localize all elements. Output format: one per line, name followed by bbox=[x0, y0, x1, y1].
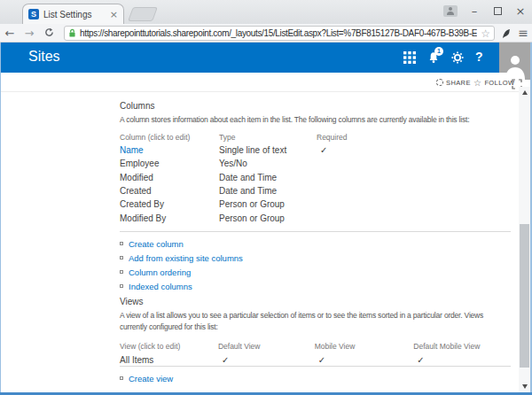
ribbon-bar: SHARE ☆ FOLLOW bbox=[0, 73, 519, 92]
columns-table: Column (click to edit) Type Required Nam… bbox=[120, 130, 423, 225]
link-item[interactable]: Add from existing site columns bbox=[120, 251, 243, 265]
link-item[interactable]: Column ordering bbox=[120, 265, 243, 279]
extension-icon[interactable] bbox=[502, 27, 512, 39]
address-bar[interactable]: https://sharepointtutorials.sharepoint.c… bbox=[64, 26, 495, 41]
site-title: Sites bbox=[28, 49, 60, 65]
columns-section-description: A column stores information about each i… bbox=[120, 114, 512, 126]
column-row: Created By Person or Group bbox=[120, 198, 423, 211]
browser-profile-icon[interactable] bbox=[443, 5, 458, 17]
browser-tab[interactable]: S List Settings × bbox=[22, 4, 124, 24]
view-name[interactable]: All Items bbox=[120, 352, 218, 367]
column-type: Date and Time bbox=[219, 184, 317, 198]
https-lock-icon bbox=[68, 28, 76, 38]
column-name[interactable]: Modified bbox=[120, 171, 219, 184]
bookmark-star-icon[interactable]: ☆ bbox=[481, 27, 490, 40]
window-border bbox=[0, 43, 1, 395]
close-button[interactable]: × bbox=[514, 5, 527, 17]
square-bullet-icon bbox=[120, 270, 123, 274]
columns-header-column: Column (click to edit) bbox=[120, 130, 219, 143]
create-view-link[interactable]: Create view bbox=[129, 374, 173, 383]
page-content: Columns A column stores information abou… bbox=[0, 92, 519, 392]
square-bullet-icon bbox=[120, 256, 123, 259]
maximize-button[interactable] bbox=[491, 7, 504, 15]
square-bullet-icon bbox=[120, 284, 123, 288]
link-item[interactable]: Create column bbox=[120, 236, 243, 251]
create-column-link[interactable]: Create column bbox=[129, 239, 184, 249]
link-item[interactable]: Create view bbox=[120, 371, 173, 385]
browser-titlebar: S List Settings × – × bbox=[0, 0, 532, 24]
minimize-button[interactable]: – bbox=[468, 5, 481, 17]
views-header-mobile: Mobile View bbox=[315, 339, 414, 352]
views-section-title: Views bbox=[120, 297, 144, 306]
scroll-up-arrow[interactable] bbox=[519, 87, 530, 98]
notifications-bell-icon[interactable]: 1 bbox=[427, 51, 440, 67]
browser-toolbar: ← → https://sharepointtutorials.sharepoi… bbox=[0, 24, 532, 43]
column-type: Person or Group bbox=[219, 211, 317, 224]
url-text[interactable]: https://sharepointtutorials.sharepoint.c… bbox=[80, 28, 477, 38]
column-name[interactable]: Created bbox=[120, 184, 219, 198]
column-row: Employee Yes/No bbox=[120, 157, 423, 170]
section-divider bbox=[120, 231, 511, 232]
column-row: Name Single line of text ✓ bbox=[120, 143, 423, 157]
view-row: All Items ✓ ✓ ✓ bbox=[120, 352, 519, 367]
column-row: Modified By Person or Group bbox=[120, 211, 423, 224]
default-mobile-view-check-icon: ✓ bbox=[413, 355, 424, 365]
column-name[interactable]: Modified By bbox=[120, 211, 219, 224]
maximize-icon bbox=[494, 7, 502, 15]
browser-menu-icon[interactable]: ≡ bbox=[518, 26, 528, 40]
column-type: Person or Group bbox=[219, 198, 317, 211]
views-header-view: View (click to edit) bbox=[120, 339, 218, 352]
tab-title: List Settings bbox=[43, 10, 106, 19]
settings-gear-icon[interactable] bbox=[451, 51, 464, 67]
views-table: View (click to edit) Default View Mobile… bbox=[120, 339, 519, 367]
column-ordering-link[interactable]: Column ordering bbox=[129, 267, 191, 277]
add-from-existing-site-columns-link[interactable]: Add from existing site columns bbox=[129, 253, 243, 263]
columns-section-title: Columns bbox=[120, 101, 154, 111]
refresh-button[interactable] bbox=[39, 27, 59, 40]
default-view-check-icon: ✓ bbox=[218, 355, 229, 365]
share-label: SHARE bbox=[446, 79, 471, 87]
link-item[interactable]: Indexed columns bbox=[120, 279, 243, 293]
notification-badge: 1 bbox=[434, 47, 443, 56]
new-tab-button[interactable] bbox=[128, 7, 158, 21]
sharepoint-favicon-icon: S bbox=[28, 9, 39, 19]
column-type: Date and Time bbox=[219, 171, 317, 184]
square-bullet-icon bbox=[120, 242, 123, 245]
square-bullet-icon bbox=[120, 376, 123, 380]
columns-links: Create column Add from existing site col… bbox=[120, 236, 243, 293]
column-type: Yes/No bbox=[219, 157, 317, 170]
required-check-icon: ✓ bbox=[317, 145, 327, 155]
section-divider bbox=[120, 366, 511, 367]
column-row: Created Date and Time bbox=[120, 184, 423, 198]
column-type: Single line of text bbox=[219, 143, 317, 157]
vertical-scrollbar[interactable] bbox=[519, 87, 530, 392]
views-links: Create view bbox=[120, 371, 173, 385]
tab-close-icon[interactable]: × bbox=[110, 9, 118, 20]
sharepoint-suitebar: Sites 1 ? bbox=[0, 43, 532, 73]
browser-window: S List Settings × – × ← → https://sharep… bbox=[0, 0, 532, 395]
columns-table-header: Column (click to edit) Type Required bbox=[120, 130, 423, 143]
views-table-header: View (click to edit) Default View Mobile… bbox=[120, 339, 519, 352]
help-icon[interactable]: ? bbox=[475, 50, 483, 64]
views-header-default: Default View bbox=[218, 339, 315, 352]
follow-star-icon: ☆ bbox=[473, 78, 481, 88]
views-section-description: A view of a list allows you to see a par… bbox=[120, 310, 512, 333]
views-header-default-mobile: Default Mobile View bbox=[413, 339, 519, 352]
columns-header-type: Type bbox=[219, 130, 317, 143]
mobile-view-check-icon: ✓ bbox=[315, 355, 325, 365]
column-name[interactable]: Employee bbox=[120, 157, 219, 170]
forward-button[interactable]: → bbox=[20, 27, 39, 40]
share-button[interactable]: SHARE bbox=[436, 73, 471, 92]
column-row: Modified Date and Time bbox=[120, 171, 423, 184]
column-name-link[interactable]: Name bbox=[120, 145, 144, 155]
window-controls: – × bbox=[443, 0, 527, 21]
follow-button[interactable]: ☆ FOLLOW bbox=[473, 73, 514, 92]
column-name[interactable]: Created By bbox=[120, 198, 219, 211]
scroll-down-arrow[interactable] bbox=[519, 381, 530, 392]
app-launcher-icon[interactable] bbox=[403, 51, 416, 67]
back-button[interactable]: ← bbox=[0, 27, 20, 40]
share-icon bbox=[436, 79, 443, 86]
indexed-columns-link[interactable]: Indexed columns bbox=[129, 282, 192, 291]
columns-header-required: Required bbox=[317, 130, 423, 143]
scrollbar-thumb[interactable] bbox=[520, 224, 529, 368]
